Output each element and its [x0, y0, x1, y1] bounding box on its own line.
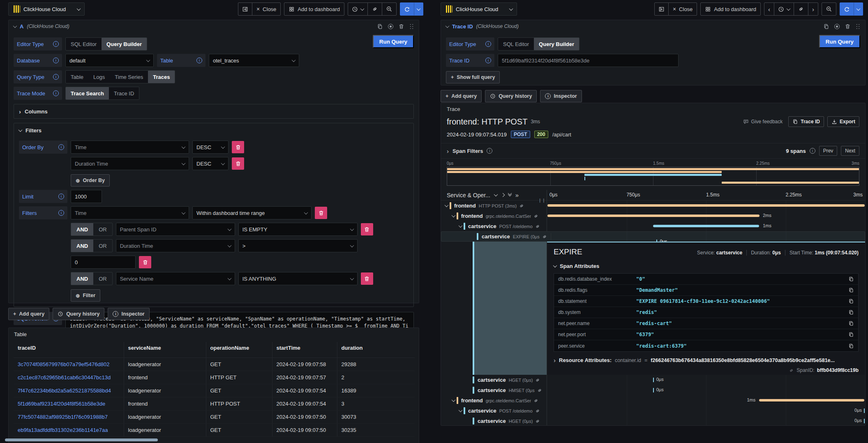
info-icon[interactable]: i [485, 41, 491, 47]
copy-icon[interactable] [848, 298, 854, 304]
collapse-children-icon[interactable] [452, 398, 456, 402]
link-icon[interactable] [789, 368, 794, 373]
and-option[interactable]: AND [71, 240, 93, 252]
give-feedback-link[interactable]: Give feedback [743, 119, 783, 125]
trace-id-link[interactable]: c2c1ec87c62965b61cab6c30447bc13d [14, 371, 124, 384]
collapse-children-icon[interactable] [459, 224, 463, 228]
trace-minimap[interactable]: 0μs 750μs 1.5ms 2.25ms 3ms [441, 159, 865, 187]
remove-order-by-button[interactable] [232, 141, 244, 153]
copy-icon[interactable] [848, 309, 854, 315]
tab-sql-editor[interactable]: SQL Editor [498, 38, 534, 50]
refresh-interval-dropdown[interactable] [414, 2, 423, 16]
time-range-button[interactable] [774, 2, 794, 16]
collapse-children-icon[interactable] [445, 203, 449, 207]
span-tick[interactable] [864, 408, 865, 413]
trace-id-link[interactable]: 3c7074f085679976b07a79ef5476d802 [14, 358, 124, 371]
filter-field-select[interactable]: Parent Span ID [116, 223, 235, 236]
tab-time-series[interactable]: Time Series [110, 71, 148, 83]
span-bar[interactable] [759, 399, 864, 401]
info-icon[interactable]: i [58, 210, 64, 216]
share-link-button[interactable] [794, 2, 808, 16]
tab-trace-id[interactable]: Trace ID [109, 87, 139, 99]
span-row-selected[interactable]: cartservice EXPIRE (0μs 0μs [441, 231, 865, 242]
span-filters-label[interactable]: Span Filters [452, 148, 483, 154]
run-refresh-button[interactable] [400, 2, 414, 16]
col-header-operationname[interactable]: operationName [206, 342, 272, 353]
span-row[interactable]: cartservice POST /oteldemo 0μs [441, 406, 865, 416]
span-link-icon[interactable] [535, 377, 540, 383]
trace-id-input[interactable]: 5f1d69baf92314f20d4f8f561b58e3de [498, 54, 679, 67]
tab-query-builder[interactable]: Query Builder [102, 38, 147, 50]
database-select[interactable]: default [65, 54, 154, 67]
add-order-by-button[interactable]: ⊕Order By [71, 174, 110, 187]
collapse-children-icon[interactable] [459, 408, 463, 412]
or-option[interactable]: OR [93, 272, 112, 285]
filter-value-input[interactable]: 0 [71, 256, 136, 269]
run-query-button[interactable]: Run Query [373, 35, 414, 48]
span-row[interactable]: cartservice HMSET (0μs 0μs [441, 385, 865, 395]
trace-id-link[interactable]: eb9fa13adfddfb31302e236b1141e7aa [14, 423, 124, 436]
col-header-starttime[interactable]: startTime [272, 342, 337, 353]
drag-handle-icon[interactable] [409, 23, 414, 30]
time-range-button[interactable] [348, 2, 368, 16]
show-full-query-button[interactable]: +Show full query [446, 71, 500, 83]
info-icon[interactable]: i [53, 41, 59, 47]
remove-filter-button[interactable] [139, 256, 151, 268]
info-icon[interactable]: i [58, 144, 64, 150]
info-icon[interactable]: i [487, 148, 492, 154]
disable-query-icon[interactable] [388, 24, 393, 29]
trace-id-link[interactable]: 77fc5074882af98925b1f76c091988b7 [14, 410, 124, 423]
span-row[interactable]: cartservice HGET (0μs) 0μs [441, 416, 865, 426]
next-span-button[interactable]: Next [841, 146, 859, 156]
minimap-canvas[interactable] [447, 167, 859, 186]
copy-icon[interactable] [848, 343, 854, 349]
tab-logs[interactable]: Logs [88, 71, 110, 83]
info-icon[interactable]: i [58, 194, 64, 199]
trace-id-link[interactable]: 5f1d69baf92314f20d4f8f561b58e3de [14, 397, 124, 410]
span-link-icon[interactable] [535, 224, 540, 229]
span-link-icon[interactable] [533, 213, 539, 219]
duplicate-query-icon[interactable] [377, 23, 383, 30]
tab-trace-search[interactable]: Trace Search [66, 87, 109, 99]
delete-query-icon[interactable] [398, 23, 404, 30]
query-history-button[interactable]: Query history [53, 308, 104, 320]
collapse-query-icon[interactable] [13, 24, 17, 28]
copy-icon[interactable] [848, 276, 854, 282]
or-option[interactable]: OR [93, 240, 112, 252]
remove-filter-button[interactable] [315, 207, 327, 219]
add-query-button[interactable]: +Add query [441, 90, 482, 102]
span-link-icon[interactable] [542, 234, 547, 240]
remove-order-by-button[interactable] [232, 157, 244, 170]
copy-icon[interactable] [848, 332, 854, 337]
export-button[interactable]: Export [827, 116, 859, 127]
remove-filter-button[interactable] [361, 223, 373, 235]
delete-query-icon[interactable] [845, 23, 851, 30]
or-option[interactable]: OR [93, 223, 112, 235]
info-icon[interactable]: i [53, 74, 59, 80]
order-by-dir-select[interactable]: DESC [192, 141, 229, 154]
order-by-dir-select[interactable]: DESC [192, 157, 229, 170]
filter-field-select[interactable]: Service Name [116, 272, 235, 285]
span-bar[interactable] [547, 204, 865, 207]
move-to-pane-button[interactable] [654, 2, 669, 16]
filter-operator-select[interactable]: IS EMPTY [238, 223, 358, 236]
duplicate-query-icon[interactable] [823, 23, 829, 30]
copy-icon[interactable] [848, 287, 854, 293]
span-row[interactable]: frontend grpc.oteldemo.CartSer 2ms [441, 211, 865, 221]
columns-section-header[interactable]: ›Columns [14, 104, 413, 118]
span-bar[interactable] [653, 225, 760, 227]
col-header-servicename[interactable]: serviceName [124, 342, 206, 353]
inspector-button[interactable]: iInspector [108, 308, 149, 320]
add-to-dashboard-button[interactable]: Add to dashboard [284, 2, 344, 16]
span-link-icon[interactable] [537, 388, 542, 393]
copy-icon[interactable] [848, 321, 854, 326]
resource-attributes-row[interactable]: › Resource Attributes: container.id = f2… [554, 357, 859, 363]
filters-section-header[interactable]: Filters [14, 123, 413, 137]
span-tick[interactable] [653, 388, 654, 392]
move-to-pane-button[interactable] [238, 2, 252, 16]
order-by-field-select[interactable]: Time [71, 141, 189, 154]
run-query-button[interactable]: Run Query [819, 35, 860, 48]
disable-query-icon[interactable] [834, 24, 840, 29]
trace-id-link[interactable]: 7f47c62234b6bd2a5a62521875588bd4 [14, 384, 124, 397]
tab-traces[interactable]: Traces [148, 71, 175, 83]
